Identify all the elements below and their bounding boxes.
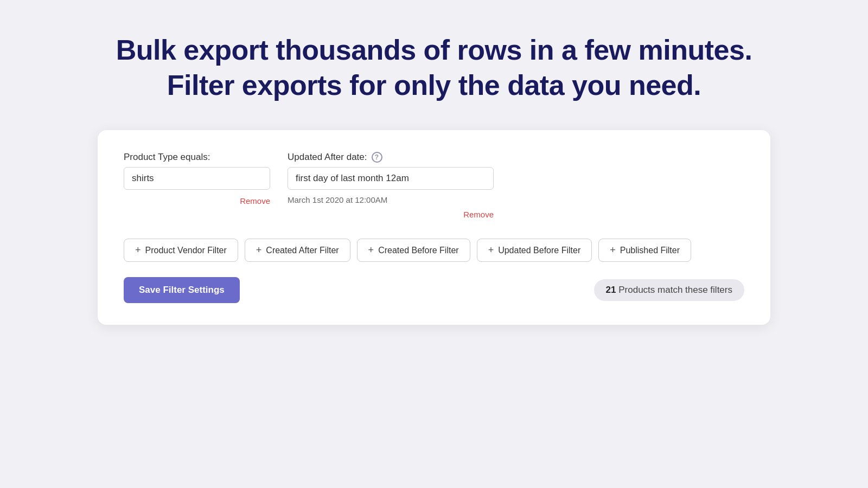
hero-title-line2: Filter exports for only the data you nee… [116, 68, 752, 103]
active-filters-row: Product Type equals: Remove Updated Afte… [124, 152, 744, 219]
updated-after-input[interactable] [288, 167, 494, 190]
hero-title-line1: Bulk export thousands of rows in a few m… [116, 33, 752, 68]
add-updated-before-filter-button[interactable]: + Updated Before Filter [477, 239, 592, 262]
plus-icon-vendor: + [135, 245, 141, 256]
add-product-vendor-filter-button[interactable]: + Product Vendor Filter [124, 239, 238, 262]
plus-icon-created-after: + [256, 245, 262, 256]
hero-section: Bulk export thousands of rows in a few m… [116, 33, 752, 103]
product-type-filter-group: Product Type equals: Remove [124, 152, 270, 219]
plus-icon-updated-before: + [488, 245, 494, 256]
product-type-input[interactable] [124, 167, 270, 190]
save-filter-settings-button[interactable]: Save Filter Settings [124, 277, 240, 303]
add-published-filter-button[interactable]: + Published Filter [598, 239, 691, 262]
add-filters-row: + Product Vendor Filter + Created After … [124, 239, 744, 262]
product-type-remove[interactable]: Remove [124, 196, 270, 206]
updated-after-filter-group: Updated After date: ? March 1st 2020 at … [288, 152, 494, 219]
match-text: Products match these filters [618, 285, 732, 295]
updated-after-label: Updated After date: ? [288, 152, 494, 163]
updated-after-date-hint: March 1st 2020 at 12:00AM [288, 195, 494, 204]
product-type-label: Product Type equals: [124, 152, 270, 163]
plus-icon-created-before: + [368, 245, 374, 256]
bottom-row: Save Filter Settings 21 Products match t… [124, 277, 744, 303]
match-count: 21 [606, 285, 616, 295]
filter-card: Product Type equals: Remove Updated Afte… [98, 130, 770, 325]
match-badge: 21 Products match these filters [594, 279, 744, 301]
plus-icon-published: + [610, 245, 616, 256]
add-created-after-filter-button[interactable]: + Created After Filter [245, 239, 350, 262]
help-icon[interactable]: ? [372, 152, 382, 163]
add-created-before-filter-button[interactable]: + Created Before Filter [357, 239, 470, 262]
updated-after-remove[interactable]: Remove [288, 210, 494, 219]
